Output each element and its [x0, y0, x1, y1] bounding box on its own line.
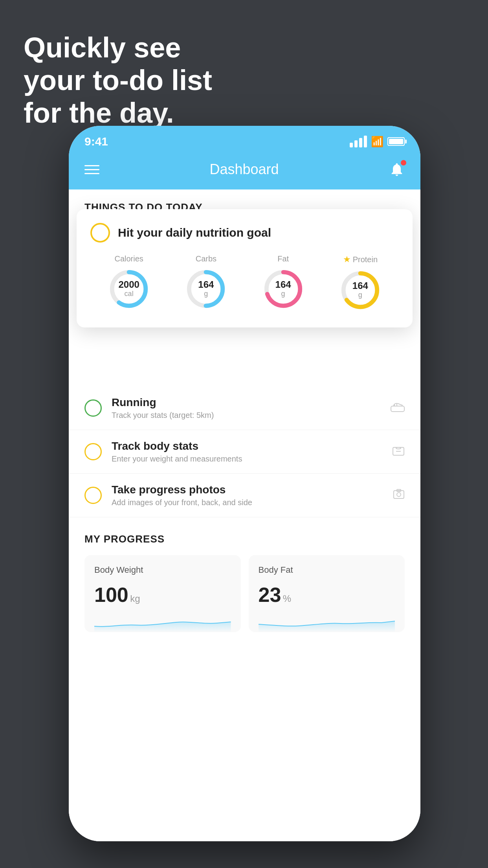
notification-dot: [401, 160, 406, 166]
carbs-donut: 164 g: [184, 267, 227, 311]
body-fat-unit: %: [283, 593, 291, 604]
nav-header: Dashboard: [69, 153, 420, 189]
todo-item-body-stats[interactable]: Track body stats Enter your weight and m…: [69, 430, 420, 474]
phone-content: THINGS TO DO TODAY Hit your daily nutrit…: [69, 189, 420, 841]
photos-circle: [84, 487, 102, 504]
body-fat-value: 23: [259, 583, 281, 606]
photo-icon: [393, 488, 405, 503]
phone-frame: 9:41 📶 Dashboard THINGS TO DO TODAY: [69, 126, 420, 841]
todo-item-photos[interactable]: Take progress photos Add images of your …: [69, 474, 420, 517]
photos-subtitle: Add images of your front, back, and side: [112, 498, 383, 507]
running-content: Running Track your stats (target: 5km): [112, 396, 381, 420]
body-stats-circle: [84, 443, 102, 460]
nutrition-card-title-text: Hit your daily nutrition goal: [118, 226, 271, 239]
body-weight-card[interactable]: Body Weight 100 kg: [84, 555, 241, 632]
body-fat-sparkline: [259, 612, 395, 632]
protein-star-icon: ★: [343, 254, 351, 265]
nutrition-circles-row: Calories 2000 cal Carbs: [90, 254, 399, 312]
progress-section-title: MY PROGRESS: [84, 533, 405, 545]
progress-section: MY PROGRESS Body Weight 100 kg: [69, 517, 420, 640]
battery-icon: [387, 137, 405, 146]
todo-list: Running Track your stats (target: 5km): [69, 386, 420, 517]
wifi-icon: 📶: [371, 136, 383, 148]
running-circle: [84, 399, 102, 417]
body-stats-content: Track body stats Enter your weight and m…: [112, 440, 382, 463]
photos-content: Take progress photos Add images of your …: [112, 484, 383, 507]
nutrition-card-title-row: Hit your daily nutrition goal: [90, 223, 399, 243]
svg-rect-8: [391, 406, 404, 412]
fat-label: Fat: [277, 254, 289, 263]
status-icons: 📶: [350, 136, 405, 148]
signal-icon: [350, 136, 367, 147]
nav-title: Dashboard: [209, 161, 279, 178]
body-weight-title: Body Weight: [94, 565, 231, 575]
body-fat-card[interactable]: Body Fat 23 %: [249, 555, 405, 632]
calories-donut: 2000 cal: [107, 267, 150, 311]
body-weight-value: 100: [94, 583, 128, 606]
photos-title: Take progress photos: [112, 484, 383, 496]
body-weight-unit: kg: [130, 593, 140, 604]
body-weight-value-row: 100 kg: [94, 583, 231, 607]
carbs-value: 164 g: [198, 280, 214, 298]
status-bar: 9:41 📶: [69, 126, 420, 153]
body-weight-sparkline: [94, 612, 231, 632]
carbs-label: Carbs: [196, 254, 216, 263]
body-fat-value-row: 23 %: [259, 583, 395, 607]
protein-donut: 164 g: [339, 268, 382, 312]
body-stats-title: Track body stats: [112, 440, 382, 452]
svg-point-12: [396, 447, 401, 449]
running-title: Running: [112, 396, 381, 409]
hamburger-menu[interactable]: [84, 165, 99, 174]
nutrition-item-carbs: Carbs 164 g: [184, 254, 227, 311]
headline: Quickly see your to-do list for the day.: [24, 31, 212, 129]
body-stats-subtitle: Enter your weight and measurements: [112, 454, 382, 463]
nutrition-item-calories: Calories 2000 cal: [107, 254, 150, 311]
protein-label: ★ Protein: [343, 254, 378, 265]
nutrition-item-protein: ★ Protein 164 g: [339, 254, 382, 312]
nutrition-todo-circle: [90, 223, 110, 243]
calories-label: Calories: [114, 254, 143, 263]
scale-icon: [392, 444, 405, 460]
progress-cards: Body Weight 100 kg: [84, 555, 405, 632]
todo-item-running[interactable]: Running Track your stats (target: 5km): [69, 386, 420, 430]
body-fat-title: Body Fat: [259, 565, 395, 575]
svg-point-15: [397, 493, 401, 497]
shoe-icon: [391, 401, 405, 415]
nutrition-card[interactable]: Hit your daily nutrition goal Calories 2…: [77, 209, 413, 327]
notification-bell[interactable]: [389, 162, 405, 177]
fat-value: 164 g: [275, 280, 291, 298]
running-subtitle: Track your stats (target: 5km): [112, 411, 381, 420]
nutrition-item-fat: Fat 164 g: [262, 254, 305, 311]
status-time: 9:41: [84, 135, 108, 148]
protein-value: 164 g: [352, 281, 368, 299]
fat-donut: 164 g: [262, 267, 305, 311]
calories-value: 2000 cal: [118, 280, 139, 298]
